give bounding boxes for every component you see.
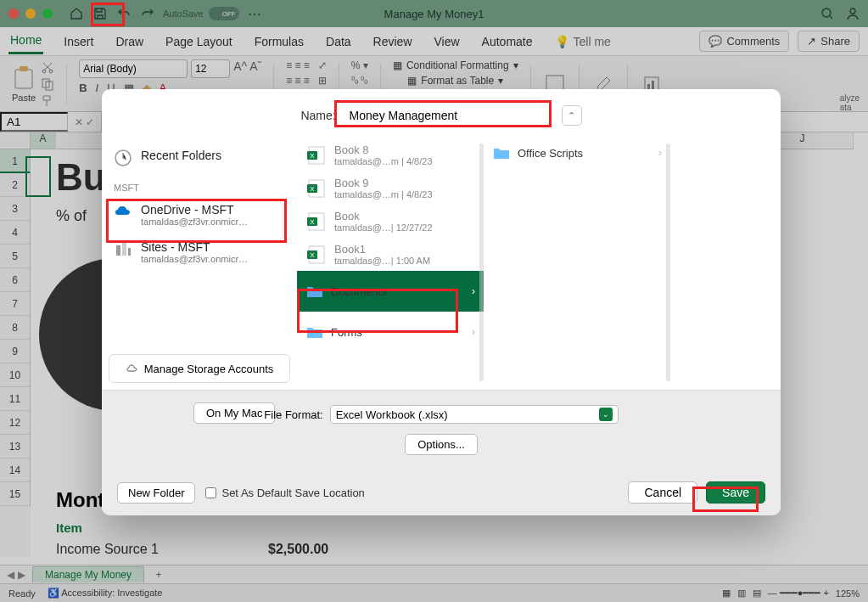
svg-text:X: X [310,218,315,226]
excel-file-icon: X [305,177,328,200]
svg-rect-15 [128,248,131,256]
sidebar-section-msft: MSFT [109,174,290,196]
svg-text:X: X [310,251,315,259]
folder-forms[interactable]: Forms› [297,312,484,352]
file-format-select[interactable]: Excel Workbook (.xlsx) ⌄ [330,405,619,424]
options-button[interactable]: Options... [405,434,478,455]
sites-icon [114,240,132,259]
svg-rect-13 [116,245,120,256]
file-item[interactable]: XBook1tamaldas@…| 1:00 AM [297,238,484,271]
filename-input[interactable] [343,104,555,127]
scrollbar[interactable] [666,143,670,381]
svg-text:X: X [310,185,315,193]
sidebar-recent-folders[interactable]: Recent Folders [109,142,290,174]
default-location-checkbox[interactable]: Set As Default Save Location [205,487,364,499]
cancel-button[interactable]: Cancel [628,481,697,504]
cloud-plus-icon [126,362,139,375]
save-button[interactable]: Save [706,481,765,504]
file-item[interactable]: XBook 8tamaldas@…m | 4/8/23 [297,138,484,172]
excel-file-icon: X [305,211,328,233]
folder-documents[interactable]: Documents› [297,271,484,312]
svg-text:X: X [310,152,315,160]
name-label: Name: [300,109,335,122]
file-item[interactable]: XBook 9tamaldas@…m | 4/8/23 [297,172,484,205]
manage-storage-button[interactable]: Manage Storage Accounts [109,354,290,383]
file-item[interactable]: XBooktamaldas@…| 12/27/22 [297,205,484,238]
expand-button[interactable]: ⌃ [562,105,582,126]
folder-icon [305,323,324,341]
folder-icon [492,143,511,162]
file-format-label: File Format: [264,408,322,421]
onedrive-icon [114,203,132,222]
svg-rect-14 [122,243,126,256]
sidebar-onedrive[interactable]: OneDrive - MSFTtamaldas@zf3vr.onmicr… [109,196,290,233]
excel-file-icon: X [305,244,328,266]
excel-file-icon: X [305,144,328,166]
clock-icon [114,149,132,167]
folder-office-scripts[interactable]: Office Scripts› [484,138,670,167]
new-folder-button[interactable]: New Folder [117,482,195,504]
save-dialog: Name: ⌃ Recent Folders MSFT OneDrive - M… [102,89,781,515]
folder-icon [305,282,324,301]
sidebar-sites[interactable]: Sites - MSFTtamaldas@zf3vr.onmicr… [109,233,290,271]
